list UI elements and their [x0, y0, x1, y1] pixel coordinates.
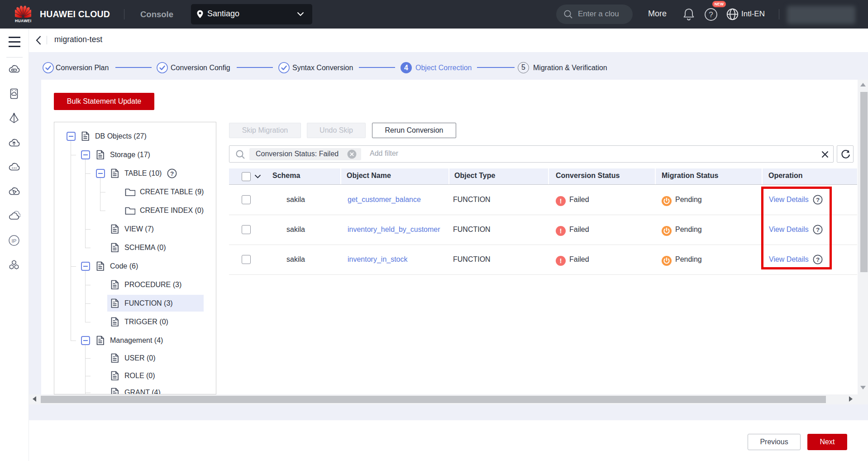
- svg-text:IP: IP: [12, 238, 17, 244]
- svg-text:?: ?: [709, 10, 713, 19]
